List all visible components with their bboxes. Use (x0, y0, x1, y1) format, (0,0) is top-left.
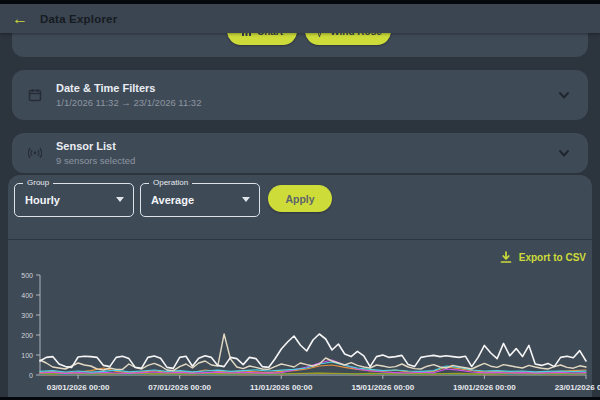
data-explorer-screen: Chart Wind Rose ← Data Explorer Date & T… (0, 0, 600, 400)
svg-text:500: 500 (21, 272, 33, 279)
svg-text:200: 200 (21, 332, 33, 339)
svg-text:07/01/2026 00:00: 07/01/2026 00:00 (148, 383, 211, 392)
export-csv-label: Export to CSV (519, 252, 586, 263)
svg-text:400: 400 (21, 292, 33, 299)
svg-text:300: 300 (21, 312, 33, 319)
back-arrow-icon[interactable]: ← (12, 11, 28, 27)
operation-select-value: Average (151, 194, 194, 206)
sensor-broadcast-icon (28, 146, 42, 160)
svg-text:11/01/2026 00:00: 11/01/2026 00:00 (250, 383, 313, 392)
dropdown-caret-icon (242, 197, 250, 202)
sensor-list-card[interactable]: Sensor List 9 sensors selected (12, 133, 588, 173)
download-icon (500, 251, 512, 264)
svg-text:23/01/2026 00:00: 23/01/2026 00:00 (555, 383, 600, 392)
svg-text:100: 100 (21, 352, 33, 359)
sensor-count: 9 sensors selected (56, 155, 135, 166)
svg-text:0: 0 (29, 372, 33, 379)
datetime-filters-card[interactable]: Date & Time Filters 1/1/2026 11:32 → 23/… (12, 70, 588, 120)
view-toggle-card: Chart Wind Rose (12, 33, 588, 57)
dropdown-caret-icon (116, 197, 124, 202)
group-select[interactable]: Group Hourly (14, 183, 134, 217)
datetime-range-value: 1/1/2026 11:32 → 23/1/2026 11:32 (56, 97, 201, 108)
operation-select-label: Operation (149, 178, 192, 188)
sensor-list-title: Sensor List (56, 140, 135, 152)
app-bar: ← Data Explorer (0, 4, 600, 33)
app-bar-title: Data Explorer (40, 13, 117, 25)
datetime-filters-title: Date & Time Filters (56, 82, 201, 94)
group-select-value: Hourly (25, 194, 60, 206)
wind-rose-label: Wind Rose (330, 33, 382, 37)
chevron-down-icon[interactable] (558, 147, 570, 159)
operation-select[interactable]: Operation Average (140, 183, 260, 217)
apply-button[interactable]: Apply (268, 185, 332, 212)
export-csv-button[interactable]: Export to CSV (500, 251, 586, 264)
svg-text:15/01/2026 00:00: 15/01/2026 00:00 (351, 383, 414, 392)
chevron-down-icon[interactable] (558, 89, 570, 101)
wind-rose-icon (314, 33, 325, 37)
group-select-label: Group (23, 178, 53, 188)
svg-text:03/01/2026 00:00: 03/01/2026 00:00 (47, 383, 110, 392)
svg-text:19/01/2026 00:00: 19/01/2026 00:00 (453, 383, 516, 392)
wind-rose-button[interactable]: Wind Rose (305, 33, 391, 45)
bar-chart-icon (241, 33, 252, 37)
calendar-icon (28, 88, 42, 102)
chart-view-button[interactable]: Chart (227, 33, 297, 45)
chart-view-label: Chart (257, 33, 283, 37)
